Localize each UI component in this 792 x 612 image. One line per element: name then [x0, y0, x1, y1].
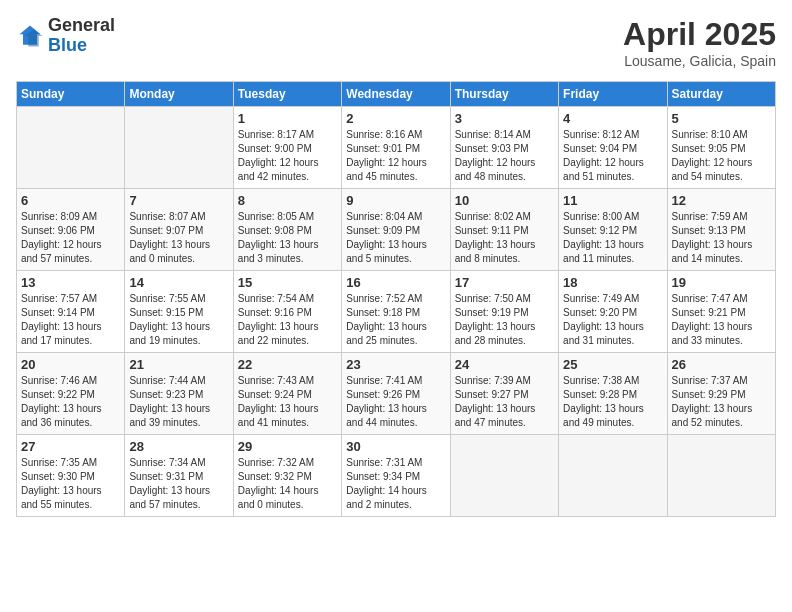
day-info: Sunrise: 7:46 AMSunset: 9:22 PMDaylight:… [21, 374, 120, 430]
calendar-cell: 27Sunrise: 7:35 AMSunset: 9:30 PMDayligh… [17, 435, 125, 517]
day-info: Sunrise: 7:54 AMSunset: 9:16 PMDaylight:… [238, 292, 337, 348]
day-info: Sunrise: 8:17 AMSunset: 9:00 PMDaylight:… [238, 128, 337, 184]
day-number: 5 [672, 111, 771, 126]
day-number: 8 [238, 193, 337, 208]
day-info: Sunrise: 7:57 AMSunset: 9:14 PMDaylight:… [21, 292, 120, 348]
calendar-week-5: 27Sunrise: 7:35 AMSunset: 9:30 PMDayligh… [17, 435, 776, 517]
calendar-week-2: 6Sunrise: 8:09 AMSunset: 9:06 PMDaylight… [17, 189, 776, 271]
calendar-cell: 16Sunrise: 7:52 AMSunset: 9:18 PMDayligh… [342, 271, 450, 353]
logo-blue: Blue [48, 36, 115, 56]
calendar-cell: 26Sunrise: 7:37 AMSunset: 9:29 PMDayligh… [667, 353, 775, 435]
day-info: Sunrise: 7:59 AMSunset: 9:13 PMDaylight:… [672, 210, 771, 266]
day-info: Sunrise: 7:38 AMSunset: 9:28 PMDaylight:… [563, 374, 662, 430]
day-number: 28 [129, 439, 228, 454]
day-number: 23 [346, 357, 445, 372]
day-info: Sunrise: 8:07 AMSunset: 9:07 PMDaylight:… [129, 210, 228, 266]
calendar-cell [450, 435, 558, 517]
day-header-friday: Friday [559, 82, 667, 107]
day-info: Sunrise: 8:05 AMSunset: 9:08 PMDaylight:… [238, 210, 337, 266]
day-info: Sunrise: 7:55 AMSunset: 9:15 PMDaylight:… [129, 292, 228, 348]
calendar-cell: 17Sunrise: 7:50 AMSunset: 9:19 PMDayligh… [450, 271, 558, 353]
day-number: 7 [129, 193, 228, 208]
logo-icon [16, 22, 44, 50]
logo-text: General Blue [48, 16, 115, 56]
calendar-cell: 9Sunrise: 8:04 AMSunset: 9:09 PMDaylight… [342, 189, 450, 271]
calendar-cell: 2Sunrise: 8:16 AMSunset: 9:01 PMDaylight… [342, 107, 450, 189]
calendar-header-row: SundayMondayTuesdayWednesdayThursdayFrid… [17, 82, 776, 107]
day-number: 13 [21, 275, 120, 290]
calendar-week-4: 20Sunrise: 7:46 AMSunset: 9:22 PMDayligh… [17, 353, 776, 435]
day-number: 27 [21, 439, 120, 454]
day-info: Sunrise: 7:49 AMSunset: 9:20 PMDaylight:… [563, 292, 662, 348]
day-info: Sunrise: 7:41 AMSunset: 9:26 PMDaylight:… [346, 374, 445, 430]
day-info: Sunrise: 7:35 AMSunset: 9:30 PMDaylight:… [21, 456, 120, 512]
calendar-cell: 5Sunrise: 8:10 AMSunset: 9:05 PMDaylight… [667, 107, 775, 189]
day-number: 18 [563, 275, 662, 290]
day-header-tuesday: Tuesday [233, 82, 341, 107]
day-number: 3 [455, 111, 554, 126]
page-header: General Blue April 2025 Lousame, Galicia… [16, 16, 776, 69]
calendar-cell: 7Sunrise: 8:07 AMSunset: 9:07 PMDaylight… [125, 189, 233, 271]
calendar-cell: 18Sunrise: 7:49 AMSunset: 9:20 PMDayligh… [559, 271, 667, 353]
day-info: Sunrise: 7:43 AMSunset: 9:24 PMDaylight:… [238, 374, 337, 430]
calendar-cell: 11Sunrise: 8:00 AMSunset: 9:12 PMDayligh… [559, 189, 667, 271]
day-info: Sunrise: 7:34 AMSunset: 9:31 PMDaylight:… [129, 456, 228, 512]
calendar-table: SundayMondayTuesdayWednesdayThursdayFrid… [16, 81, 776, 517]
calendar-cell: 14Sunrise: 7:55 AMSunset: 9:15 PMDayligh… [125, 271, 233, 353]
day-number: 14 [129, 275, 228, 290]
day-info: Sunrise: 7:47 AMSunset: 9:21 PMDaylight:… [672, 292, 771, 348]
day-info: Sunrise: 7:52 AMSunset: 9:18 PMDaylight:… [346, 292, 445, 348]
day-info: Sunrise: 7:37 AMSunset: 9:29 PMDaylight:… [672, 374, 771, 430]
calendar-cell: 13Sunrise: 7:57 AMSunset: 9:14 PMDayligh… [17, 271, 125, 353]
day-info: Sunrise: 7:44 AMSunset: 9:23 PMDaylight:… [129, 374, 228, 430]
day-number: 4 [563, 111, 662, 126]
calendar-body: 1Sunrise: 8:17 AMSunset: 9:00 PMDaylight… [17, 107, 776, 517]
calendar-cell [559, 435, 667, 517]
day-info: Sunrise: 8:16 AMSunset: 9:01 PMDaylight:… [346, 128, 445, 184]
day-number: 9 [346, 193, 445, 208]
day-number: 15 [238, 275, 337, 290]
day-info: Sunrise: 7:39 AMSunset: 9:27 PMDaylight:… [455, 374, 554, 430]
calendar-cell [667, 435, 775, 517]
day-header-wednesday: Wednesday [342, 82, 450, 107]
day-info: Sunrise: 8:10 AMSunset: 9:05 PMDaylight:… [672, 128, 771, 184]
calendar-cell: 24Sunrise: 7:39 AMSunset: 9:27 PMDayligh… [450, 353, 558, 435]
calendar-cell: 19Sunrise: 7:47 AMSunset: 9:21 PMDayligh… [667, 271, 775, 353]
calendar-cell: 15Sunrise: 7:54 AMSunset: 9:16 PMDayligh… [233, 271, 341, 353]
day-number: 30 [346, 439, 445, 454]
calendar-cell: 20Sunrise: 7:46 AMSunset: 9:22 PMDayligh… [17, 353, 125, 435]
day-number: 12 [672, 193, 771, 208]
day-number: 10 [455, 193, 554, 208]
day-header-sunday: Sunday [17, 82, 125, 107]
day-info: Sunrise: 7:50 AMSunset: 9:19 PMDaylight:… [455, 292, 554, 348]
calendar-cell: 12Sunrise: 7:59 AMSunset: 9:13 PMDayligh… [667, 189, 775, 271]
day-number: 2 [346, 111, 445, 126]
location-title: Lousame, Galicia, Spain [623, 53, 776, 69]
logo: General Blue [16, 16, 115, 56]
day-number: 6 [21, 193, 120, 208]
day-info: Sunrise: 8:09 AMSunset: 9:06 PMDaylight:… [21, 210, 120, 266]
calendar-week-3: 13Sunrise: 7:57 AMSunset: 9:14 PMDayligh… [17, 271, 776, 353]
day-info: Sunrise: 8:00 AMSunset: 9:12 PMDaylight:… [563, 210, 662, 266]
day-header-monday: Monday [125, 82, 233, 107]
day-header-thursday: Thursday [450, 82, 558, 107]
calendar-cell: 25Sunrise: 7:38 AMSunset: 9:28 PMDayligh… [559, 353, 667, 435]
month-title: April 2025 [623, 16, 776, 53]
day-number: 16 [346, 275, 445, 290]
logo-general: General [48, 16, 115, 36]
calendar-cell: 22Sunrise: 7:43 AMSunset: 9:24 PMDayligh… [233, 353, 341, 435]
day-number: 29 [238, 439, 337, 454]
day-number: 17 [455, 275, 554, 290]
calendar-cell: 30Sunrise: 7:31 AMSunset: 9:34 PMDayligh… [342, 435, 450, 517]
calendar-cell: 28Sunrise: 7:34 AMSunset: 9:31 PMDayligh… [125, 435, 233, 517]
day-info: Sunrise: 7:31 AMSunset: 9:34 PMDaylight:… [346, 456, 445, 512]
day-info: Sunrise: 8:12 AMSunset: 9:04 PMDaylight:… [563, 128, 662, 184]
calendar-cell: 8Sunrise: 8:05 AMSunset: 9:08 PMDaylight… [233, 189, 341, 271]
title-block: April 2025 Lousame, Galicia, Spain [623, 16, 776, 69]
day-number: 25 [563, 357, 662, 372]
day-number: 20 [21, 357, 120, 372]
day-number: 11 [563, 193, 662, 208]
day-info: Sunrise: 8:02 AMSunset: 9:11 PMDaylight:… [455, 210, 554, 266]
calendar-cell [125, 107, 233, 189]
calendar-cell: 21Sunrise: 7:44 AMSunset: 9:23 PMDayligh… [125, 353, 233, 435]
